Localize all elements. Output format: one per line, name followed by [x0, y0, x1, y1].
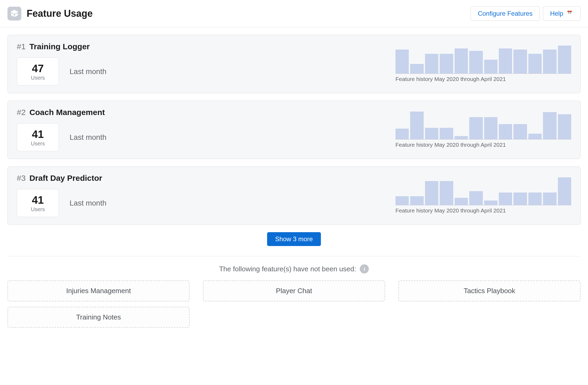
- user-count: 41: [31, 194, 45, 206]
- svg-point-2: [568, 13, 569, 13]
- chart-bar: [528, 134, 542, 139]
- period-label: Last month: [70, 67, 107, 76]
- period-label: Last month: [70, 199, 107, 207]
- chart-bar: [543, 192, 556, 205]
- chart-bar: [425, 54, 438, 73]
- unused-header: The following feature(s) have not been u…: [7, 264, 581, 273]
- chart-bar: [410, 112, 423, 139]
- feature-history-chart: [395, 177, 571, 205]
- chart-bar: [395, 129, 409, 139]
- feature-list: #1Training Logger47UsersLast monthFeatur…: [7, 35, 581, 225]
- feature-history-label: Feature history May 2020 through April 2…: [395, 76, 506, 82]
- user-count: 47: [31, 63, 45, 74]
- app-icon: [7, 7, 21, 21]
- chart-bar: [440, 54, 453, 73]
- feature-rank: #3: [17, 174, 26, 183]
- chart-bar: [499, 192, 512, 205]
- unused-feature-item[interactable]: Player Chat: [203, 280, 385, 301]
- feature-name: Training Logger: [29, 42, 90, 51]
- chart-bar: [469, 51, 483, 73]
- feature-name: Coach Management: [29, 108, 105, 117]
- chart-bar: [484, 200, 497, 205]
- feature-history-label: Feature history May 2020 through April 2…: [395, 207, 506, 214]
- user-count-box: 47Users: [17, 58, 59, 85]
- unused-heading-text: The following feature(s) have not been u…: [219, 265, 356, 273]
- feature-card[interactable]: #1Training Logger47UsersLast monthFeatur…: [7, 35, 581, 93]
- section-divider: [7, 256, 581, 256]
- chart-bar: [484, 117, 497, 139]
- unused-feature-item[interactable]: Training Notes: [7, 307, 190, 328]
- chart-bar: [425, 181, 438, 205]
- period-label: Last month: [70, 133, 107, 142]
- chart-bar: [410, 64, 423, 73]
- chart-bar: [558, 177, 571, 205]
- chart-bar: [528, 192, 542, 205]
- chart-bar: [528, 54, 542, 73]
- user-count-box: 41Users: [17, 189, 59, 217]
- chart-bar: [484, 60, 497, 73]
- page-title: Feature Usage: [27, 8, 93, 19]
- info-icon[interactable]: i: [360, 264, 369, 273]
- chart-bar: [440, 128, 453, 139]
- page-header: Feature Usage Configure Features Help: [0, 0, 588, 27]
- configure-features-button[interactable]: Configure Features: [471, 6, 540, 21]
- feature-rank: #2: [17, 108, 26, 117]
- svg-point-3: [570, 13, 571, 13]
- unused-feature-item[interactable]: Injuries Management: [7, 280, 190, 301]
- chart-bar: [455, 136, 468, 139]
- chart-bar: [513, 192, 527, 205]
- chart-bar: [543, 112, 556, 139]
- feature-card[interactable]: #2Coach Management41UsersLast monthFeatu…: [7, 101, 581, 159]
- show-more-button[interactable]: Show 3 more: [267, 232, 321, 246]
- chart-bar: [395, 50, 409, 73]
- feature-history-chart: [395, 46, 571, 74]
- chart-bar: [513, 50, 527, 73]
- user-count: 41: [31, 128, 45, 140]
- help-label: Help: [550, 10, 563, 17]
- user-count-box: 41Users: [17, 123, 59, 151]
- chart-bar: [558, 114, 571, 139]
- feature-name: Draft Day Predictor: [29, 174, 102, 183]
- help-button[interactable]: Help: [543, 6, 581, 21]
- chart-bar: [455, 48, 468, 73]
- chart-bar: [558, 46, 571, 73]
- feature-history-chart: [395, 111, 571, 140]
- owl-icon: [566, 10, 573, 17]
- chart-bar: [469, 191, 483, 205]
- chart-bar: [513, 124, 527, 139]
- feature-rank: #1: [17, 42, 26, 51]
- configure-features-label: Configure Features: [478, 10, 532, 17]
- chart-bar: [425, 128, 438, 139]
- chart-bar: [395, 196, 409, 205]
- chart-bar: [410, 196, 423, 205]
- chart-bar: [543, 50, 556, 73]
- feature-history-label: Feature history May 2020 through April 2…: [395, 142, 506, 148]
- chart-bar: [499, 124, 512, 139]
- unused-feature-item[interactable]: Tactics Playbook: [398, 280, 581, 301]
- unused-grid: Injuries ManagementPlayer ChatTactics Pl…: [7, 280, 581, 328]
- chart-bar: [499, 48, 512, 73]
- user-count-label: Users: [31, 206, 45, 212]
- feature-card[interactable]: #3Draft Day Predictor41UsersLast monthFe…: [7, 166, 581, 225]
- chart-bar: [469, 117, 483, 139]
- chart-bar: [440, 181, 453, 205]
- content: #1Training Logger47UsersLast monthFeatur…: [0, 27, 588, 335]
- user-count-label: Users: [31, 141, 45, 147]
- chart-bar: [455, 198, 468, 205]
- user-count-label: Users: [31, 75, 45, 81]
